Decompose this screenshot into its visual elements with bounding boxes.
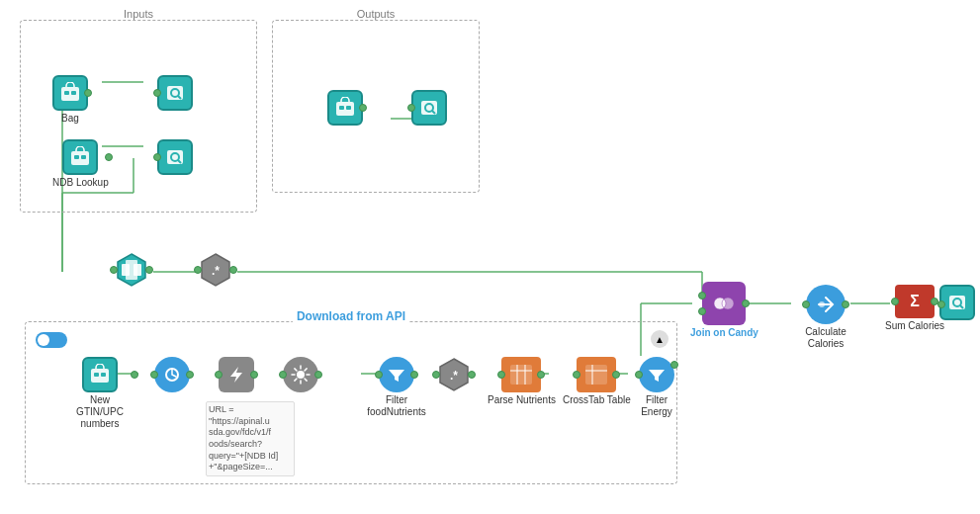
filter-food-icon xyxy=(379,357,414,392)
bag-right-connector xyxy=(84,89,92,97)
outputs-panel: Outputs xyxy=(272,20,480,193)
lightning-right xyxy=(250,371,258,379)
output-bag-icon xyxy=(327,90,363,126)
regex2-icon: .* xyxy=(436,357,472,392)
parse-nutrients-icon xyxy=(501,357,541,392)
inputs-panel: Inputs Bag xyxy=(20,20,257,213)
svg-rect-29 xyxy=(71,151,89,165)
parse-nutrients-node[interactable]: Parse Nutrients xyxy=(488,357,556,406)
sum-left xyxy=(891,298,899,305)
lightning-icon xyxy=(219,357,254,392)
svg-rect-67 xyxy=(585,365,607,385)
sum-label: Sum Calories xyxy=(885,320,944,332)
svg-rect-37 xyxy=(346,106,351,110)
loader-node[interactable] xyxy=(154,357,190,392)
ndb-right-connector xyxy=(105,153,113,161)
final-browse-left xyxy=(937,300,945,308)
lightning-node[interactable] xyxy=(219,357,254,392)
ndb-lookup-node[interactable]: NDB Lookup xyxy=(52,139,109,189)
bag-label: Bag xyxy=(61,113,79,125)
svg-text:Σ: Σ xyxy=(910,293,920,309)
browse-bottom-left-connector xyxy=(153,153,161,161)
svg-rect-57 xyxy=(94,373,99,377)
svg-rect-30 xyxy=(74,155,79,159)
join-icon xyxy=(702,282,746,325)
filter-food-left xyxy=(375,371,383,379)
svg-point-60 xyxy=(297,371,305,379)
browse-bottom-icon xyxy=(157,139,193,175)
settings-left xyxy=(279,371,287,379)
join-label: Join on Candy xyxy=(690,327,758,339)
svg-rect-58 xyxy=(101,373,106,377)
new-gtin-label: New GTIN/UPC numbers xyxy=(65,394,134,430)
bag-node[interactable]: Bag xyxy=(52,75,88,125)
inputs-panel-label: Inputs xyxy=(120,8,157,20)
browse-bottom-node[interactable] xyxy=(157,139,193,175)
new-gtin-icon xyxy=(82,357,118,392)
join-node[interactable]: Join on Candy xyxy=(690,282,758,339)
parse-nutrients-label: Parse Nutrients xyxy=(488,394,556,406)
svg-rect-35 xyxy=(336,102,354,116)
api-panel-label: Download from API xyxy=(293,309,409,323)
bag-icon xyxy=(52,75,88,111)
lightning-left xyxy=(215,371,223,379)
svg-rect-23 xyxy=(61,87,79,101)
url-box: URL = "https://apinal.u sda.gov/fdc/v1/f… xyxy=(206,401,295,476)
regex2-right xyxy=(468,371,476,379)
calculate-calories-node[interactable]: Calculate Calories xyxy=(791,285,860,350)
combine-left xyxy=(110,266,118,274)
outputs-panel-label: Outputs xyxy=(353,8,400,20)
loader-right xyxy=(186,371,194,379)
regex-left xyxy=(194,266,202,274)
filter-food-node[interactable]: Filter foodNutrients xyxy=(362,357,431,418)
svg-rect-44 xyxy=(126,260,137,280)
sum-icon: Σ xyxy=(895,285,935,318)
api-toggle[interactable] xyxy=(36,332,67,348)
svg-rect-63 xyxy=(510,365,532,385)
settings-node[interactable] xyxy=(283,357,318,392)
filter-energy-top xyxy=(670,361,678,369)
crosstab-right xyxy=(612,371,620,379)
combine-node[interactable] xyxy=(114,252,149,288)
output-browse-node[interactable] xyxy=(411,90,447,126)
browse-top-icon xyxy=(157,75,193,111)
new-gtin-node[interactable]: New GTIN/UPC numbers xyxy=(65,357,134,430)
filter-energy-label: Filter Energy xyxy=(637,394,676,418)
parse-left xyxy=(497,371,505,379)
gtin-right xyxy=(131,371,138,379)
canvas: Inputs Bag xyxy=(0,0,980,514)
settings-icon xyxy=(283,357,318,392)
regex2-node[interactable]: .* xyxy=(436,357,472,392)
regex2-left xyxy=(432,371,440,379)
filter-energy-node[interactable]: Filter Energy xyxy=(637,357,676,418)
svg-rect-36 xyxy=(339,106,344,110)
filter-food-label: Filter foodNutrients xyxy=(362,394,431,418)
sum-calories-node[interactable]: Σ Sum Calories xyxy=(885,285,944,332)
output-browse-icon xyxy=(411,90,447,126)
loader-left xyxy=(150,371,158,379)
crosstab-node[interactable]: CrossTab Table xyxy=(563,357,631,406)
regex-right xyxy=(229,266,237,274)
svg-rect-25 xyxy=(71,91,76,95)
output-bag-node[interactable] xyxy=(327,90,363,126)
combine-right xyxy=(145,266,153,274)
calc-right xyxy=(842,300,849,308)
svg-point-51 xyxy=(819,301,825,307)
output-browse-left xyxy=(407,104,415,112)
output-bag-right xyxy=(359,104,367,112)
combine-icon xyxy=(114,252,149,288)
svg-text:.*: .* xyxy=(212,264,220,278)
api-collapse-button[interactable]: ▲ xyxy=(651,330,668,348)
settings-right xyxy=(314,371,322,379)
final-browse-node[interactable] xyxy=(939,285,975,320)
browse-top-node[interactable] xyxy=(157,75,193,111)
svg-rect-24 xyxy=(64,91,69,95)
calculate-icon xyxy=(806,285,846,324)
regex-icon: .* xyxy=(198,252,233,288)
svg-rect-56 xyxy=(91,369,109,383)
final-browse-icon xyxy=(939,285,975,320)
filter-food-right xyxy=(410,371,418,379)
browse-top-left-connector xyxy=(153,89,161,97)
regex-node[interactable]: .* xyxy=(198,252,233,288)
join-right xyxy=(742,300,750,307)
